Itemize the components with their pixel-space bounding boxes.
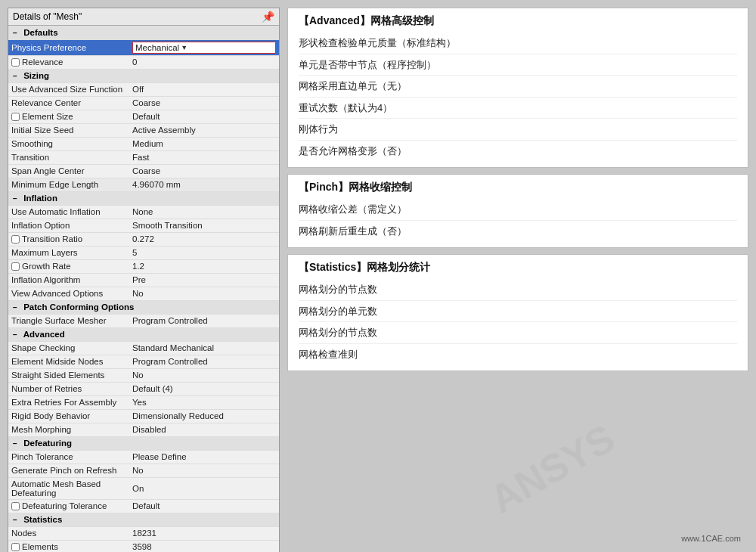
watermark: ANSYS <box>482 415 622 523</box>
details-panel: Details of "Mesh" 📌 − Defaults Physics P… <box>8 8 280 552</box>
section-inflation: − Inflation <box>8 191 279 205</box>
label-generate-pinch: Generate Pinch on Refresh <box>8 464 129 477</box>
row-mesh-morphing: Mesh Morphing Disabled <box>8 423 279 436</box>
value-physics-preference[interactable]: Mechanical ▼ <box>129 39 279 55</box>
row-transition-ratio: Transition Ratio 0.272 <box>8 232 279 246</box>
row-use-advanced: Use Advanced Size Function Off <box>8 82 279 96</box>
info-box-item-0-3: 重试次数（默认为4） <box>299 98 737 119</box>
collapse-defeaturing-icon[interactable]: − <box>11 439 19 448</box>
info-box-item-2-3: 网格检查准则 <box>299 344 737 365</box>
value-growth-rate: 1.2 <box>129 259 279 273</box>
value-pinch-tolerance: Please Define <box>129 450 279 464</box>
value-smoothing: Medium <box>129 137 279 150</box>
value-relevance: 0 <box>129 55 279 69</box>
label-inflation-algo: Inflation Algorithm <box>8 273 129 287</box>
value-mesh-morphing: Disabled <box>129 423 279 436</box>
value-relevance-center: Coarse <box>129 96 279 110</box>
value-span-angle: Coarse <box>129 164 279 178</box>
row-element-midside: Element Midside Nodes Program Controlled <box>8 355 279 368</box>
elements-checkbox[interactable] <box>11 543 20 551</box>
dropdown-arrow-icon: ▼ <box>181 44 187 51</box>
element-size-checkbox[interactable] <box>11 113 20 121</box>
info-box-item-0-4: 刚体行为 <box>299 119 737 141</box>
row-auto-mesh-based: Automatic Mesh Based Defeaturing On <box>8 477 279 499</box>
label-defeaturing-tol: Defeaturing Tolerance <box>8 499 129 513</box>
label-elements: Elements <box>8 540 129 552</box>
row-nodes: Nodes 18231 <box>8 526 279 540</box>
section-sizing-label: Sizing <box>23 71 49 80</box>
section-defaults: − Defaults <box>8 26 279 39</box>
section-inflation-label: Inflation <box>23 194 57 203</box>
label-shape-checking: Shape Checking <box>8 341 129 355</box>
info-box-title-1: 【Pinch】网格收缩控制 <box>299 181 737 194</box>
collapse-sizing-icon[interactable]: − <box>11 72 19 80</box>
value-transition: Fast <box>129 150 279 164</box>
info-box-item-0-0: 形状检查检验单元质量（标准结构） <box>299 33 737 54</box>
row-inflation-option: Inflation Option Smooth Transition <box>8 219 279 232</box>
row-smoothing: Smoothing Medium <box>8 137 279 150</box>
collapse-icon[interactable]: − <box>11 29 19 37</box>
value-element-size: Default <box>129 110 279 123</box>
info-box-2: 【Statistics】网格划分统计网格划分的节点数网格划分的单元数网格划分的节… <box>287 254 748 371</box>
info-box-1: 【Pinch】网格收缩控制网格收缩公差（需定义）网格刷新后重生成（否） <box>287 174 748 248</box>
defeaturing-tol-checkbox[interactable] <box>11 502 20 510</box>
row-relevance: Relevance 0 <box>8 55 279 69</box>
value-auto-mesh-based: On <box>129 477 279 499</box>
section-patch: − Patch Conforming Options <box>8 300 279 314</box>
section-advanced-label: Advanced <box>23 330 65 339</box>
value-auto-inflation: None <box>129 205 279 219</box>
value-shape-checking: Standard Mechanical <box>129 341 279 355</box>
growth-rate-checkbox[interactable] <box>11 262 20 271</box>
row-physics-preference[interactable]: Physics Preference Mechanical ▼ <box>8 39 279 55</box>
value-defeaturing-tol: Default <box>129 499 279 513</box>
section-defaults-label: Defaults <box>23 28 57 37</box>
value-initial-size: Active Assembly <box>129 123 279 137</box>
row-element-size: Element Size Default <box>8 110 279 123</box>
row-elements: Elements 3598 <box>8 540 279 552</box>
collapse-inflation-icon[interactable]: − <box>11 194 19 203</box>
label-physics-preference: Physics Preference <box>8 39 129 55</box>
row-straight-sided: Straight Sided Elements No <box>8 368 279 382</box>
value-inflation-algo: Pre <box>129 273 279 287</box>
row-shape-checking: Shape Checking Standard Mechanical <box>8 341 279 355</box>
footer-website: www.1CAE.com <box>681 534 741 543</box>
row-growth-rate: Growth Rate 1.2 <box>8 259 279 273</box>
info-box-item-0-5: 是否允许网格变形（否） <box>299 141 737 162</box>
section-advanced: − Advanced <box>8 327 279 341</box>
label-use-advanced: Use Advanced Size Function <box>8 82 129 96</box>
label-mesh-morphing: Mesh Morphing <box>8 423 129 436</box>
label-auto-inflation: Use Automatic Inflation <box>8 205 129 219</box>
row-span-angle: Span Angle Center Coarse <box>8 164 279 178</box>
relevance-checkbox[interactable] <box>11 58 20 67</box>
info-box-item-0-2: 网格采用直边单元（无） <box>299 76 737 98</box>
value-generate-pinch: No <box>129 464 279 477</box>
label-view-advanced: View Advanced Options <box>8 287 129 300</box>
collapse-advanced-icon[interactable]: − <box>11 330 19 339</box>
panel-titlebar: Details of "Mesh" 📌 <box>8 8 279 26</box>
pin-icon[interactable]: 📌 <box>262 11 274 23</box>
details-table: − Defaults Physics Preference Mechanical… <box>8 26 279 552</box>
value-rigid-body: Dimensionally Reduced <box>129 409 279 423</box>
row-pinch-tolerance: Pinch Tolerance Please Define <box>8 450 279 464</box>
row-auto-inflation: Use Automatic Inflation None <box>8 205 279 219</box>
row-transition: Transition Fast <box>8 150 279 164</box>
label-span-angle: Span Angle Center <box>8 164 129 178</box>
info-box-item-2-0: 网格划分的节点数 <box>299 279 737 301</box>
label-min-edge: Minimum Edge Length <box>8 178 129 191</box>
info-box-title-0: 【Advanced】网格高级控制 <box>299 14 737 28</box>
row-generate-pinch: Generate Pinch on Refresh No <box>8 464 279 477</box>
value-transition-ratio: 0.272 <box>129 232 279 246</box>
label-num-retries: Number of Retries <box>8 382 129 395</box>
transition-ratio-checkbox[interactable] <box>11 235 20 243</box>
collapse-statistics-icon[interactable]: − <box>11 516 19 524</box>
physics-dropdown[interactable]: Mechanical ▼ <box>132 42 276 54</box>
collapse-patch-icon[interactable]: − <box>11 303 19 312</box>
info-box-item-0-1: 单元是否带中节点（程序控制） <box>299 54 737 76</box>
label-extra-retries: Extra Retries For Assembly <box>8 395 129 409</box>
info-box-item-1-1: 网格刷新后重生成（否） <box>299 221 737 242</box>
section-statistics-label: Statistics <box>23 515 62 524</box>
value-min-edge: 4.96070 mm <box>129 178 279 191</box>
value-max-layers: 5 <box>129 246 279 259</box>
row-initial-size: Initial Size Seed Active Assembly <box>8 123 279 137</box>
section-defeaturing: − Defeaturing <box>8 436 279 450</box>
